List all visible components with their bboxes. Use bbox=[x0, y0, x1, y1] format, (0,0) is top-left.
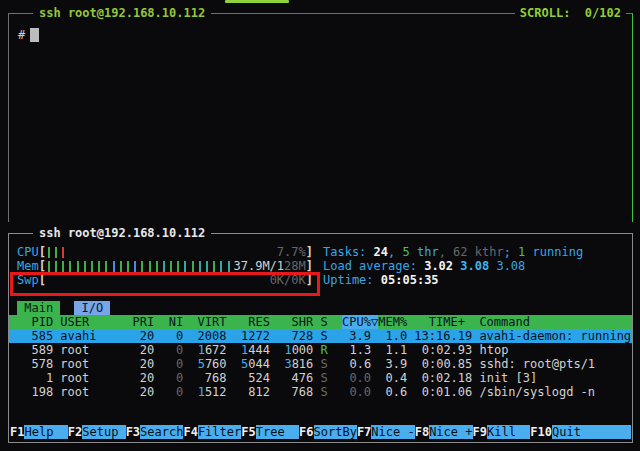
fkey-label-setup[interactable]: Setup bbox=[82, 425, 125, 439]
mem-meter: Mem[37.9M/128M] bbox=[17, 259, 313, 273]
fkey-f6[interactable]: F6 bbox=[299, 425, 313, 439]
meter-label: Mem bbox=[17, 259, 39, 273]
fkey-label-filter[interactable]: Filter bbox=[198, 425, 241, 439]
sort-column-cpu[interactable]: CPU%▽ bbox=[342, 315, 378, 329]
fkey-label-sortby[interactable]: SortBy bbox=[314, 425, 357, 439]
htop-tab-i-o[interactable]: I/O bbox=[74, 301, 110, 315]
fkey-label-nice-[interactable]: Nice + bbox=[429, 425, 472, 439]
process-table: 585 avahi 20 0 2008 1272 728 S 3.9 1.0 1… bbox=[9, 329, 632, 399]
terminal-screen: ssh root@192.168.10.112 SCROLL: 0/102 # … bbox=[0, 0, 640, 451]
top-progress-strip bbox=[225, 0, 289, 3]
process-row[interactable]: 578 root 20 0 5760 5044 3816 S 0.6 3.9 0… bbox=[9, 357, 632, 371]
process-row-selected[interactable]: 585 avahi 20 0 2008 1272 728 S 3.9 1.0 1… bbox=[9, 329, 632, 343]
meter-bars: 7.7% bbox=[46, 245, 306, 259]
meter-value: 0K/0K bbox=[267, 273, 306, 287]
fkey-f7[interactable]: F7 bbox=[357, 425, 371, 439]
tasks-summary: Tasks: 24, 5 thr, 62 kthr; 1 running bbox=[323, 245, 583, 259]
pane-top-ssh-shell[interactable]: ssh root@192.168.10.112 SCROLL: 0/102 # bbox=[8, 13, 633, 222]
uptime: Uptime: 05:05:35 bbox=[323, 273, 439, 287]
fkey-label-tree[interactable]: Tree bbox=[256, 425, 299, 439]
pane-title: ssh root@192.168.10.112 bbox=[33, 226, 211, 241]
cpu-meter-row: CPU[7.7%] Tasks: 24, 5 thr, 62 kthr; 1 r… bbox=[9, 245, 632, 259]
fkey-f1[interactable]: F1 bbox=[10, 425, 24, 439]
htop-tab-main[interactable]: Main bbox=[17, 301, 60, 315]
process-row[interactable]: 589 root 20 0 1672 1444 1000 R 1.3 1.1 0… bbox=[9, 343, 632, 357]
htop-tabs: Main I/O bbox=[9, 301, 632, 315]
function-key-bar: F1Help F2Setup F3SearchF4FilterF5Tree F6… bbox=[9, 425, 632, 439]
swp-meter-row: Swp[0K/0K] Uptime: 05:05:35 bbox=[9, 273, 632, 287]
swap-meter: Swp[0K/0K] bbox=[17, 273, 313, 287]
load-average: Load average: 3.02 3.08 3.08 bbox=[323, 259, 525, 273]
meter-label: Swp bbox=[17, 273, 39, 287]
fkey-f2[interactable]: F2 bbox=[68, 425, 82, 439]
fkey-label-search[interactable]: Search bbox=[140, 425, 183, 439]
terminal-cursor bbox=[30, 28, 39, 42]
meter-bars: 0K/0K bbox=[46, 273, 306, 287]
scroll-indicator: SCROLL: 0/102 bbox=[515, 6, 626, 21]
prompt-char: # bbox=[18, 28, 25, 42]
fkey-label-help[interactable]: Help bbox=[24, 425, 67, 439]
fkey-f8[interactable]: F8 bbox=[415, 425, 429, 439]
pane-bottom-htop[interactable]: ssh root@192.168.10.112 CPU[7.7%] Tasks:… bbox=[8, 233, 633, 443]
fkey-f5[interactable]: F5 bbox=[241, 425, 255, 439]
fkey-f9[interactable]: F9 bbox=[473, 425, 487, 439]
cpu-meter: CPU[7.7%] bbox=[17, 245, 313, 259]
meter-value: 7.7% bbox=[274, 245, 306, 259]
process-table-header[interactable]: PID USER PRI NI VIRT RES SHR S CPU%▽MEM%… bbox=[9, 315, 632, 329]
fkey-f3[interactable]: F3 bbox=[126, 425, 140, 439]
meter-bars: 37.9M/128M bbox=[46, 259, 306, 273]
fkey-f4[interactable]: F4 bbox=[183, 425, 197, 439]
fkey-f10[interactable]: F10 bbox=[530, 425, 552, 439]
meter-label: CPU bbox=[17, 245, 39, 259]
fkey-label-quit[interactable]: Quit bbox=[552, 425, 631, 439]
process-row[interactable]: 198 root 20 0 1512 812 768 S 0.0 0.6 0:0… bbox=[9, 385, 632, 399]
pane-title: ssh root@192.168.10.112 bbox=[33, 6, 211, 21]
process-row[interactable]: 1 root 20 0 768 524 476 S 0.0 0.4 0:02.1… bbox=[9, 371, 632, 385]
fkey-label-kill[interactable]: Kill bbox=[487, 425, 530, 439]
meter-value: 37.9M/128M bbox=[231, 259, 306, 273]
mem-meter-row: Mem[37.9M/128M] Load average: 3.02 3.08 … bbox=[9, 259, 632, 273]
fkey-label-nice-[interactable]: Nice - bbox=[371, 425, 414, 439]
